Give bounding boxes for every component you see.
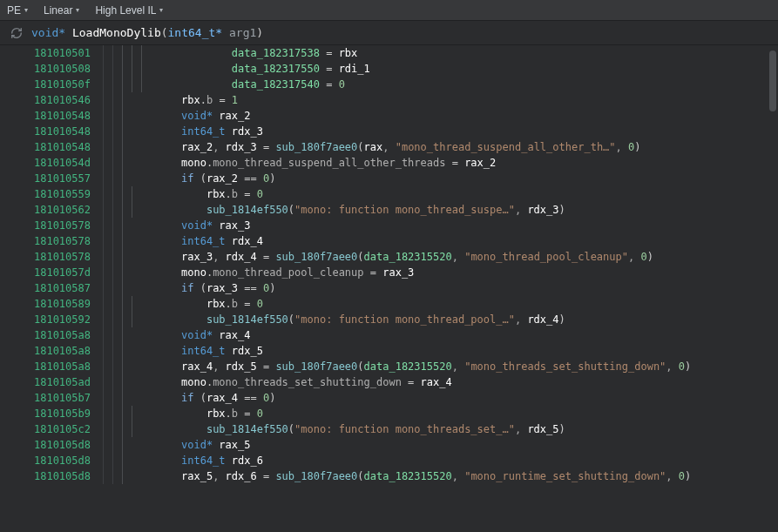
code-line[interactable]: 1810105c2 sub_1814ef550("mono: function …	[0, 421, 778, 437]
code-content: sub_1814ef550("mono: function mono_threa…	[181, 312, 778, 327]
code-line[interactable]: 181010548void* rax_2	[0, 108, 778, 124]
view-dropdown-label: PE	[7, 4, 21, 17]
code-line[interactable]: 181010578int64_t rdx_4	[0, 233, 778, 249]
function-signature-bar: void* LoadMonoDylib(int64_t* arg1)	[0, 21, 778, 45]
code-line[interactable]: 181010587if (rax_3 == 0)	[0, 280, 778, 296]
view-dropdown-hlil[interactable]: High Level IL ▾	[95, 4, 163, 17]
code-content: void* rax_3	[181, 218, 778, 233]
code-line[interactable]: 181010578rax_3, rdx_4 = sub_180f7aee0(da…	[0, 249, 778, 265]
address: 1810105d8	[0, 437, 103, 453]
indent-gutter	[103, 280, 181, 296]
indent-gutter	[103, 406, 181, 421]
code-content: rax_2, rdx_3 = sub_180f7aee0(rax, "mono_…	[181, 139, 778, 155]
indent-gutter	[103, 453, 181, 468]
code-content: data_182317540 = 0	[181, 77, 778, 92]
code-content: sub_1814ef550("mono: function mono_threa…	[181, 202, 778, 218]
code-content: void* rax_4	[181, 327, 778, 343]
address: 181010578	[0, 249, 103, 265]
address: 181010589	[0, 296, 103, 312]
code-line[interactable]: 18101054dmono.mono_thread_suspend_all_ot…	[0, 155, 778, 171]
address: 181010508	[0, 61, 103, 77]
address: 181010559	[0, 186, 103, 202]
code-content: int64_t rdx_3	[181, 124, 778, 139]
address: 18101054d	[0, 155, 103, 171]
address: 181010546	[0, 92, 103, 108]
code-content: sub_1814ef550("mono: function mono_threa…	[181, 421, 778, 437]
code-line[interactable]: 18101050f data_182317540 = 0	[0, 77, 778, 92]
code-content: rax_4, rdx_5 = sub_180f7aee0(data_182315…	[181, 359, 778, 374]
view-dropdown-pe[interactable]: PE ▾	[7, 4, 28, 17]
code-content: mono.mono_thread_pool_cleanup = rax_3	[181, 265, 778, 280]
indent-gutter	[103, 359, 181, 374]
code-line[interactable]: 181010578void* rax_3	[0, 218, 778, 233]
indent-gutter	[103, 390, 181, 406]
code-line[interactable]: 181010508 data_182317550 = rdi_1	[0, 61, 778, 77]
code-content: void* rax_5	[181, 437, 778, 453]
code-line[interactable]: 181010548rax_2, rdx_3 = sub_180f7aee0(ra…	[0, 139, 778, 155]
code-line[interactable]: 1810105a8void* rax_4	[0, 327, 778, 343]
address: 181010548	[0, 124, 103, 139]
code-content: int64_t rdx_6	[181, 453, 778, 468]
address: 181010562	[0, 202, 103, 218]
code-line[interactable]: 181010501 data_182317538 = rbx	[0, 45, 778, 61]
indent-gutter	[103, 92, 181, 108]
indent-gutter	[103, 171, 181, 186]
code-content: int64_t rdx_5	[181, 343, 778, 359]
code-content: rax_5, rdx_6 = sub_180f7aee0(data_182315…	[181, 468, 778, 484]
indent-gutter	[103, 202, 181, 218]
address: 181010501	[0, 45, 103, 61]
address: 1810105a8	[0, 359, 103, 374]
address: 18101050f	[0, 77, 103, 92]
code-content: int64_t rdx_4	[181, 233, 778, 249]
indent-gutter	[103, 327, 181, 343]
address: 181010592	[0, 312, 103, 327]
signature-param-type: int64_t*	[168, 26, 223, 39]
code-line[interactable]: 181010589 rbx.b = 0	[0, 296, 778, 312]
indent-gutter	[103, 296, 181, 312]
code-line[interactable]: 1810105d8rax_5, rdx_6 = sub_180f7aee0(da…	[0, 468, 778, 484]
indent-gutter	[103, 312, 181, 327]
code-line[interactable]: 1810105a8int64_t rdx_5	[0, 343, 778, 359]
indent-gutter	[103, 218, 181, 233]
code-line[interactable]: 181010548int64_t rdx_3	[0, 124, 778, 139]
code-line[interactable]: 1810105b7if (rax_4 == 0)	[0, 390, 778, 406]
code-line[interactable]: 1810105a8rax_4, rdx_5 = sub_180f7aee0(da…	[0, 359, 778, 374]
code-line[interactable]: 1810105d8void* rax_5	[0, 437, 778, 453]
chevron-down-icon: ▾	[24, 6, 28, 14]
view-dropdown-linear[interactable]: Linear ▾	[44, 4, 79, 17]
code-line[interactable]: 181010592 sub_1814ef550("mono: function …	[0, 312, 778, 327]
indent-gutter	[103, 249, 181, 265]
address: 1810105ad	[0, 374, 103, 390]
indent-gutter	[103, 155, 181, 171]
code-content: rbx.b = 0	[181, 186, 778, 202]
code-view[interactable]: 181010501 data_182317538 = rbx181010508 …	[0, 45, 778, 532]
indent-gutter	[103, 139, 181, 155]
signature-param-name: arg1	[229, 26, 256, 39]
code-content: rax_3, rdx_4 = sub_180f7aee0(data_182315…	[181, 249, 778, 265]
scrollbar-vertical[interactable]	[768, 45, 778, 532]
code-line[interactable]: 181010546rbx.b = 1	[0, 92, 778, 108]
code-line[interactable]: 1810105b9 rbx.b = 0	[0, 406, 778, 421]
indent-gutter	[103, 186, 181, 202]
address: 181010578	[0, 218, 103, 233]
code-line[interactable]: 1810105d8int64_t rdx_6	[0, 453, 778, 468]
indent-gutter	[103, 77, 181, 92]
function-signature[interactable]: void* LoadMonoDylib(int64_t* arg1)	[31, 26, 263, 39]
scrollbar-thumb[interactable]	[769, 51, 776, 111]
code-line[interactable]: 181010562 sub_1814ef550("mono: function …	[0, 202, 778, 218]
code-content: data_182317550 = rdi_1	[181, 61, 778, 77]
code-line[interactable]: 181010559 rbx.b = 0	[0, 186, 778, 202]
code-content: rbx.b = 1	[181, 92, 778, 108]
code-line[interactable]: 1810105admono.mono_threads_set_shutting_…	[0, 374, 778, 390]
code-line[interactable]: 18101057dmono.mono_thread_pool_cleanup =…	[0, 265, 778, 280]
address: 181010578	[0, 233, 103, 249]
refresh-icon[interactable]	[10, 27, 23, 39]
code-content: void* rax_2	[181, 108, 778, 124]
code-content: if (rax_4 == 0)	[181, 390, 778, 406]
indent-gutter	[103, 468, 181, 484]
code-content: rbx.b = 0	[181, 406, 778, 421]
address: 1810105b7	[0, 390, 103, 406]
address: 1810105d8	[0, 468, 103, 484]
code-content: mono.mono_thread_suspend_all_other_threa…	[181, 155, 778, 171]
code-line[interactable]: 181010557if (rax_2 == 0)	[0, 171, 778, 186]
